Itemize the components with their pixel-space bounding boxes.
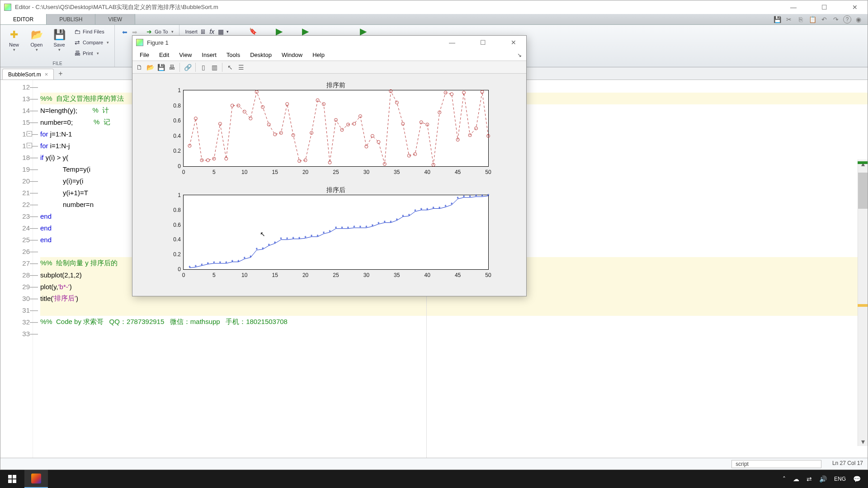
code-line[interactable] [40,328,868,339]
tb-link-icon[interactable]: 🔗 [183,62,193,72]
figure-maximize-button[interactable]: ☐ [474,38,492,47]
forward-icon[interactable]: ➡ [131,28,138,36]
start-button[interactable] [0,470,24,488]
minimize-button[interactable]: — [784,3,802,12]
code-line[interactable]: %% Code by 求索哥 QQ：2787392915 微信：mathsupp… [40,316,868,328]
x-tick-label: 15 [272,169,278,175]
cut-icon[interactable]: ✂ [784,15,793,23]
compare-icon: ⇄ [74,39,81,46]
svg-text:*: * [353,225,355,231]
menu-dock-icon[interactable]: ↘ [517,52,524,58]
menu-tools[interactable]: Tools [222,51,245,59]
y-tick-label: 0 [178,163,181,169]
tray-language[interactable]: ENG [834,476,846,482]
tb-print-icon[interactable]: 🖶 [167,62,177,72]
tb-dock2-icon[interactable]: ▥ [209,62,219,72]
menu-insert[interactable]: Insert [197,51,221,59]
svg-point-43 [450,93,453,96]
undo-icon[interactable]: ↶ [820,15,829,23]
menu-window[interactable]: Window [277,51,307,59]
fold-toggle[interactable]: − [27,131,32,136]
tray-ime-icon[interactable]: ⇄ [807,475,812,483]
menu-desktop[interactable]: Desktop [245,51,276,59]
close-button[interactable]: ✕ [846,3,864,12]
cursor-position: Ln 27 Col 17 [832,460,863,468]
vertical-scrollbar[interactable]: ▴ ▾ [858,160,868,446]
x-tick-label: 50 [485,272,491,278]
tab-editor[interactable]: EDITOR [0,14,47,24]
breakpoint-icon[interactable]: 🔖 [250,28,257,35]
compare-button[interactable]: ⇄Compare [72,38,111,47]
taskbar: ˄ ☁ ⇄ 🔊 ENG 💬 [0,470,868,488]
file-tab-active[interactable]: BubbleSort.m × [2,69,54,80]
svg-text:*: * [402,214,404,220]
run-section-icon[interactable]: ▶ [302,28,309,35]
tb-save-icon[interactable]: 💾 [156,62,166,72]
save-icon[interactable]: 💾 [773,15,782,23]
svg-text:*: * [463,194,465,201]
taskbar-matlab[interactable] [24,470,48,488]
menu-file[interactable]: File [135,51,154,59]
fold-toggle[interactable]: − [27,143,32,148]
file-tab-add[interactable]: + [54,68,67,80]
svg-text:*: * [481,193,483,200]
x-tick-label: 0 [182,169,185,175]
ribbon-group-file: ✚ New ▾ 📂 Open ▾ 💾 Save ▾ 🗀Find Files ⇄C… [0,25,115,67]
figure-minimize-button[interactable]: — [443,38,461,47]
y-tick-label: 0 [178,266,181,272]
save-button[interactable]: 💾 Save ▾ [49,27,69,52]
maximize-button[interactable]: ☐ [815,3,833,12]
dock-icon[interactable]: ◉ [854,15,863,23]
copy-icon[interactable]: ⎘ [796,15,805,23]
paste-icon[interactable]: 📋 [808,15,817,23]
tray-volume-icon[interactable]: 🔊 [819,475,827,483]
plot2-svg: ****************************************… [184,195,488,269]
new-button[interactable]: ✚ New ▾ [4,27,24,52]
svg-text:*: * [311,234,313,240]
redo-icon[interactable]: ↷ [831,15,840,23]
plot1-title: 排序前 [184,81,488,89]
x-tick-label: 45 [455,169,461,175]
figure-toolbar: 🗋 📂 💾 🖶 🔗 ▯ ▥ ↖ ☰ [132,61,526,74]
y-tick-label: 0.6 [173,117,181,124]
find-files-button[interactable]: 🗀Find Files [72,27,111,37]
x-tick-label: 20 [302,272,308,278]
run-icon[interactable]: ▶ [276,28,283,35]
figure-close-button[interactable]: ✕ [505,38,523,47]
svg-text:*: * [207,261,209,267]
plot2-title: 排序后 [184,186,488,194]
tb-open-icon[interactable]: 📂 [145,62,155,72]
tb-new-icon[interactable]: 🗋 [134,62,144,72]
tab-publish[interactable]: PUBLISH [47,14,95,24]
print-button[interactable]: 🖶Print [72,48,111,58]
svg-text:*: * [255,247,258,253]
tb-pointer-icon[interactable]: ↖ [225,62,235,72]
tray-cloud-icon[interactable]: ☁ [793,475,799,483]
run-advance-icon[interactable]: ▶ [360,28,367,35]
svg-text:*: * [213,260,215,267]
tray-chevron-icon[interactable]: ˄ [783,475,786,483]
tray-notifications-icon[interactable]: 💬 [853,475,861,483]
y-tick-label: 0.4 [173,133,181,139]
status-type: script [731,460,821,468]
scroll-thumb[interactable] [858,173,868,209]
back-icon[interactable]: ⬅ [121,28,128,36]
tab-view[interactable]: VIEW [95,14,135,24]
menu-view[interactable]: View [175,51,196,59]
x-tick-label: 35 [394,169,400,175]
tb-dock1-icon[interactable]: ▯ [198,62,208,72]
code-line[interactable] [40,304,868,316]
svg-text:*: * [372,223,374,230]
goto-label: Go To [155,29,168,34]
file-tab-close-icon[interactable]: × [45,71,48,78]
menu-help[interactable]: Help [308,51,329,59]
toolbar-separator [222,63,222,72]
tb-prop-icon[interactable]: ☰ [236,62,246,72]
x-tick-label: 20 [302,169,308,175]
open-button[interactable]: 📂 Open ▾ [27,27,47,52]
svg-text:*: * [274,240,276,247]
save-label: Save [53,42,65,47]
menu-edit[interactable]: Edit [155,51,174,59]
help-icon[interactable]: ? [843,15,851,23]
svg-text:*: * [219,260,222,267]
